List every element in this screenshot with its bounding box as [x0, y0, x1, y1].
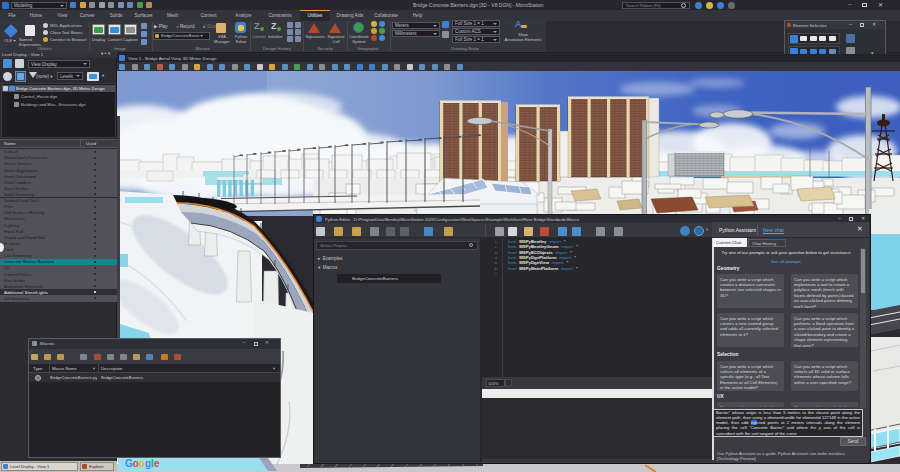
svg-text:Google: Google — [125, 458, 160, 469]
